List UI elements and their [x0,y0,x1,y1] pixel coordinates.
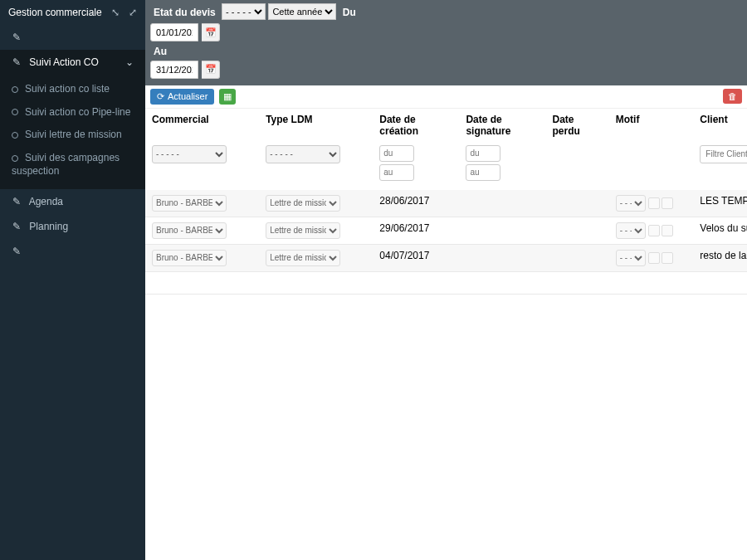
sub-item-lettre[interactable]: Suivi lettre de mission [0,124,145,147]
calendar-icon: 📅 [205,64,217,74]
sub-item-liste[interactable]: Suivi action co liste [0,78,145,101]
etat-devis-label: Etat du devis [154,7,216,18]
filter-creation-au[interactable] [379,164,414,181]
cell-date-creation: 04/07/2017 [373,244,459,271]
row-type-select[interactable]: Lettre de mission BN [266,195,340,212]
th-type-ldm[interactable]: Type LDM [259,109,373,142]
cell-client: LES TEMPLIERS [693,190,747,217]
th-commercial[interactable]: Commercial [145,109,259,142]
cell-date-perdu [546,190,609,217]
th-date-creation[interactable]: Date de création [373,109,459,142]
calendar-au-button[interactable]: 📅 [202,61,220,79]
table-row[interactable]: Bruno - BARBERALettre de mission BN29/06… [145,217,747,244]
edit-icon: ✎ [12,196,22,207]
sidebar-item-blank-2[interactable]: ✎ [0,239,145,264]
row-commercial-select[interactable]: Bruno - BARBERA [152,222,227,239]
th-date-perdu[interactable]: Date perdu [546,109,609,142]
sidebar-item-label: Agenda [29,196,63,207]
row-checkbox-2[interactable] [662,197,673,209]
cell-date-perdu [546,217,609,244]
row-type-select[interactable]: Lettre de mission BN [266,250,340,266]
filter-type-select[interactable]: - - - - - [266,145,340,163]
th-motif[interactable]: Motif [609,109,694,142]
row-checkbox-2[interactable] [662,225,673,236]
cell-date-signature [459,217,545,244]
sub-item-campagnes[interactable]: Suivi des campagnes suspection [0,147,145,183]
sub-item-label: Suivi action co liste [25,83,110,95]
filter-creation-du[interactable] [379,145,414,162]
table-scroll[interactable]: Commercial Type LDM Date de création Dat… [145,109,747,560]
periode-select[interactable]: Cette année [268,3,336,20]
sidebar: Gestion commerciale ⤡ ⤢ ✎ ✎ Suivi Action… [0,0,145,560]
title-actions: ⤡ ⤢ [105,7,137,18]
app-title: Gestion commerciale [8,7,102,18]
th-date-signature[interactable]: Date de signature [459,109,545,142]
sub-item-pipeline[interactable]: Suivi action co Pipe-line [0,101,145,124]
cell-client: resto de la plage [693,244,747,271]
circle-icon [12,132,18,139]
row-checkbox-1[interactable] [648,225,660,236]
etat-devis-select[interactable]: - - - - - [222,3,266,20]
row-type-select[interactable]: Lettre de mission BN [266,222,340,239]
sidebar-item-agenda[interactable]: ✎ Agenda [0,189,145,214]
au-label: Au [154,46,167,57]
table-summary-row: 2 [145,271,747,294]
th-client[interactable]: Client [693,109,747,142]
row-commercial-select[interactable]: Bruno - BARBERA [152,250,227,266]
row-motif-select[interactable]: - - - [616,222,646,239]
trash-icon: 🗑 [728,91,737,101]
delete-button[interactable]: 🗑 [723,89,742,104]
expand-icon[interactable]: ⤢ [129,7,137,18]
collapse-icon[interactable]: ⤡ [111,7,120,18]
cell-date-perdu [546,244,609,271]
sidebar-item-blank-1[interactable]: ✎ [0,25,145,50]
row-checkbox-1[interactable] [648,197,660,209]
refresh-icon: ⟳ [157,91,164,102]
row-checkbox-1[interactable] [648,252,660,264]
cell-date-signature [459,244,545,271]
calendar-icon: 📅 [205,27,217,37]
edit-icon: ✎ [12,56,22,68]
edit-icon: ✎ [12,246,22,257]
cell-client: Velos du sud [693,217,747,244]
date-au-input[interactable] [150,61,198,79]
sidebar-item-label: Suivi Action CO [29,56,98,68]
cell-date-creation: 28/06/2017 [373,190,459,217]
filter-signature-au[interactable] [466,164,500,181]
row-commercial-select[interactable]: Bruno - BARBERA [152,195,227,212]
edit-icon: ✎ [12,32,22,43]
top-filter-bar: Etat du devis - - - - - Cette année Du 📅… [145,0,747,85]
table-row[interactable]: Bruno - BARBERALettre de mission BN28/06… [145,190,747,217]
row-motif-select[interactable]: - - - [616,195,646,212]
edit-icon: ✎ [12,221,22,232]
export-button[interactable]: ▦ [219,89,236,105]
circle-icon [12,155,18,162]
calendar-du-button[interactable]: 📅 [202,23,220,41]
sub-item-label: Suivi lettre de mission [25,129,122,140]
cell-date-creation: 29/06/2017 [373,217,459,244]
refresh-label: Actualiser [168,91,208,101]
filter-client[interactable] [700,145,747,163]
sidebar-item-label: Planning [29,221,68,232]
chevron-down-icon: ⌄ [125,56,134,68]
date-du-input[interactable] [150,23,198,41]
action-bar: ⟳ Actualiser ▦ 🗑 [145,85,747,109]
circle-icon [12,86,18,93]
du-label: Du [343,7,356,18]
filter-signature-du[interactable] [466,145,500,162]
app-title-bar: Gestion commerciale ⤡ ⤢ [0,0,145,25]
sidebar-submenu: Suivi action co liste Suivi action co Pi… [0,75,145,189]
row-checkbox-2[interactable] [662,252,673,264]
sub-item-label: Suivi action co Pipe-line [25,106,130,118]
main-panel: Etat du devis - - - - - Cette année Du 📅… [145,0,747,560]
row-motif-select[interactable]: - - - [616,250,646,266]
cell-date-signature [459,190,545,217]
circle-icon [12,109,18,115]
sub-item-label: Suivi des campagnes suspection [12,152,120,177]
filter-commercial-select[interactable]: - - - - - [152,145,227,163]
refresh-button[interactable]: ⟳ Actualiser [150,89,214,105]
table-row[interactable]: Bruno - BARBERALettre de mission BN04/07… [145,244,747,271]
sidebar-item-planning[interactable]: ✎ Planning [0,214,145,239]
sidebar-item-suivi-action-co[interactable]: ✎ Suivi Action CO ⌄ [0,50,145,75]
ldm-table: Commercial Type LDM Date de création Dat… [145,109,747,295]
